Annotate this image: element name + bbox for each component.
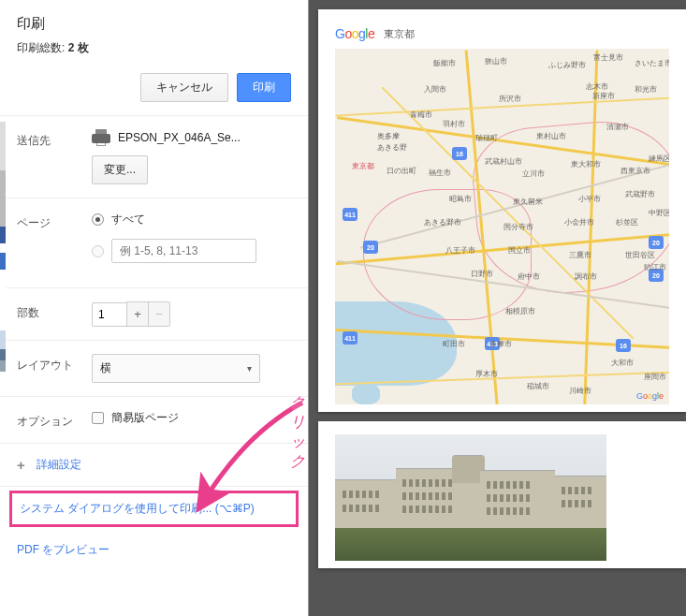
preview-header: Google 東京都: [335, 26, 669, 41]
printer-name: EPSON_PX_046A_Se...: [118, 131, 241, 144]
cancel-button[interactable]: キャンセル: [140, 73, 228, 102]
print-preview-panel: Google 東京都 20 16 411 413 16 20 20 411 東京…: [309, 0, 686, 616]
simple-page-label: 簡易版ページ: [111, 410, 179, 426]
map-preview: 20 16 411 413 16 20 20 411 東京都 飯能市狭山市 ふじ…: [335, 49, 669, 404]
printer-icon: [92, 129, 110, 146]
layout-value: 横: [100, 360, 111, 376]
radio-range-pages[interactable]: [92, 239, 291, 263]
change-printer-button[interactable]: 変更...: [92, 155, 148, 184]
map-attribution: Google: [636, 391, 664, 401]
layout-section: レイアウト 横 ▾: [0, 341, 308, 397]
header-section: 印刷 印刷総数: 2 枚 キャンセル 印刷: [0, 0, 308, 116]
dialog-title: 印刷: [17, 15, 291, 33]
preview-page-2: [318, 421, 686, 568]
total-pages: 印刷総数: 2 枚: [17, 40, 291, 56]
more-settings-label: 詳細設定: [36, 457, 81, 473]
destination-label: 送信先: [17, 129, 92, 149]
building-photo: [335, 434, 606, 561]
page-range-input[interactable]: [111, 239, 256, 263]
radio-all-pages[interactable]: すべて: [92, 212, 291, 227]
background-stripe: [0, 122, 6, 616]
options-section: オプション 簡易版ページ: [0, 397, 308, 444]
map-label-tokyo: 東京都: [352, 161, 374, 171]
print-button[interactable]: 印刷: [237, 73, 291, 102]
pages-label: ページ: [17, 212, 92, 231]
radio-icon: [92, 245, 104, 257]
copies-input[interactable]: [92, 302, 127, 327]
pages-section: ページ すべて: [0, 198, 308, 288]
checkbox-icon: [92, 412, 104, 424]
more-settings-toggle[interactable]: + 詳細設定: [0, 444, 308, 487]
button-row: キャンセル 印刷: [17, 73, 291, 102]
pdf-preview-link[interactable]: PDF をプレビュー: [0, 533, 308, 567]
layout-label: レイアウト: [17, 354, 92, 374]
copies-section: 部数 + −: [0, 288, 308, 341]
preview-page-1: Google 東京都 20 16 411 413 16 20 20 411 東京…: [318, 9, 686, 412]
radio-icon: [92, 213, 104, 226]
copies-increase-button[interactable]: +: [126, 301, 149, 327]
system-dialog-link[interactable]: システム ダイアログを使用して印刷... (⌥⌘P): [9, 491, 299, 527]
destination-section: 送信先 EPSON_PX_046A_Se... 変更...: [0, 116, 308, 198]
chevron-down-icon: ▾: [247, 363, 252, 374]
google-logo: Google: [335, 26, 374, 41]
print-settings-panel: 印刷 印刷総数: 2 枚 キャンセル 印刷 送信先 EPSON_PX_046A_…: [0, 0, 309, 616]
search-term: 東京都: [384, 27, 415, 41]
copies-decrease-button[interactable]: −: [148, 301, 170, 327]
plus-icon: +: [17, 457, 25, 473]
layout-select[interactable]: 横 ▾: [92, 354, 260, 383]
copies-label: 部数: [17, 301, 92, 321]
selected-printer: EPSON_PX_046A_Se...: [92, 129, 291, 146]
simple-page-checkbox[interactable]: 簡易版ページ: [92, 410, 291, 426]
radio-all-label: すべて: [111, 212, 145, 227]
options-label: オプション: [17, 410, 92, 430]
